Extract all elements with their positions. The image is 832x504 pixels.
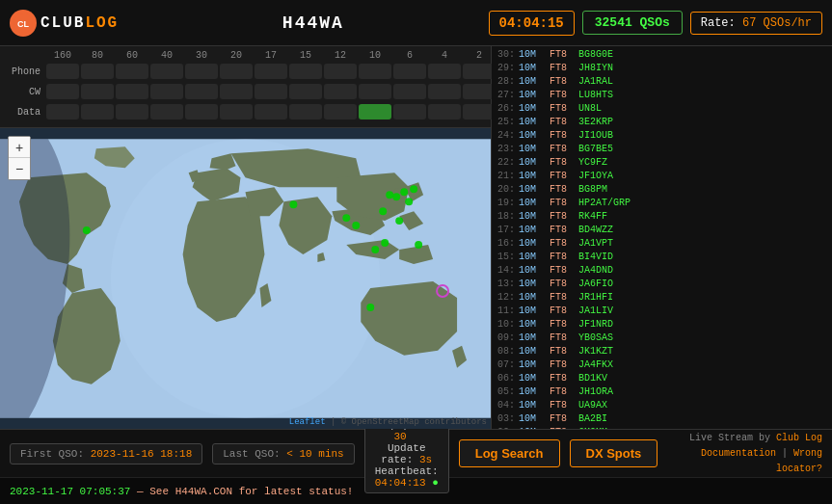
log-num: 14: xyxy=(496,264,515,278)
band-cell-cw-17 xyxy=(255,84,287,99)
band-header-30: 30 xyxy=(185,50,218,61)
log-row: 29: 10M FT8 JH8IYN xyxy=(496,62,828,75)
log-row: 05: 10M FT8 JH1ORA xyxy=(496,385,828,399)
log-num: 17: xyxy=(496,224,515,237)
band-header-10: 10 xyxy=(359,50,391,61)
log-band: 10M xyxy=(519,237,546,251)
band-cell-data-4 xyxy=(428,104,461,119)
log-num: 11: xyxy=(496,305,515,318)
band-label-phone: Phone xyxy=(8,66,46,77)
log-row: 06: 10M FT8 BD1KV xyxy=(496,372,828,385)
log-band: 10M xyxy=(519,129,546,143)
log-callsign: JK1KZT xyxy=(578,345,828,358)
status-message: — See H44WA.CON for latest status! xyxy=(137,486,353,497)
log-callsign: LU8HTS xyxy=(578,89,828,102)
band-cell-cw-15 xyxy=(289,84,322,99)
log-callsign: JA1RAL xyxy=(578,75,828,89)
qso-marker xyxy=(400,188,408,196)
rate-display: Rate: 67 QSOs/hr xyxy=(690,12,822,35)
map-container[interactable]: + − xyxy=(0,128,491,429)
header-right: 04:04:15 32541 QSOs Rate: 67 QSOs/hr xyxy=(489,11,822,36)
qso-marker xyxy=(289,200,297,208)
map-attribution: Leaflet | © OpenStreetMap contributors xyxy=(289,417,487,427)
band-cell-phone-2 xyxy=(463,64,496,79)
band-cell-phone-160 xyxy=(46,64,79,79)
log-num: 02: xyxy=(496,426,515,429)
log-row: 08: 10M FT8 JK1KZT xyxy=(496,345,828,358)
log-num: 04: xyxy=(496,399,515,412)
log-callsign: JA1VPT xyxy=(578,237,828,251)
log-row: 10: 10M FT8 JF1NRD xyxy=(496,318,828,332)
log-mode: FT8 xyxy=(550,385,575,399)
log-band: 10M xyxy=(519,48,546,62)
log-mode: FT8 xyxy=(550,318,575,332)
documentation-link[interactable]: Documentation xyxy=(701,448,776,459)
log-mode: FT8 xyxy=(550,183,575,197)
main-area: 160 80 60 40 30 20 17 15 12 10 6 4 2 70 xyxy=(0,46,832,429)
log-row: 02: 10M FT8 6M0MM xyxy=(496,426,828,429)
band-cell-data-10 xyxy=(359,104,391,119)
log-num: 26: xyxy=(496,102,515,116)
qso-marker xyxy=(379,207,387,215)
qso-marker xyxy=(395,217,403,225)
qso-count: 32541 QSOs xyxy=(582,11,683,35)
log-mode: FT8 xyxy=(550,332,575,345)
log-band: 10M xyxy=(519,264,546,278)
log-band: 10M xyxy=(519,170,546,183)
log-mode: FT8 xyxy=(550,372,575,385)
log-callsign: 3E2KRP xyxy=(578,116,828,129)
log-search-button[interactable]: Log Search xyxy=(459,439,560,467)
wrong-locator-link[interactable]: Wrong locator? xyxy=(776,448,822,474)
log-num: 23: xyxy=(496,143,515,156)
log-callsign: BG8PM xyxy=(578,183,828,197)
band-cell-cw-30 xyxy=(185,84,218,99)
log-num: 09: xyxy=(496,332,515,345)
log-band: 10M xyxy=(519,183,546,197)
log-band: 10M xyxy=(519,156,546,170)
log-band: 10M xyxy=(519,278,546,291)
band-cell-cw-40 xyxy=(150,84,183,99)
log-mode: FT8 xyxy=(550,278,575,291)
band-cell-cw-20 xyxy=(220,84,253,99)
clublog-link[interactable]: Club Log xyxy=(776,433,822,443)
band-cell-data-40 xyxy=(150,104,183,119)
band-cell-cw-12 xyxy=(324,84,357,99)
log-callsign: JH8IYN xyxy=(578,62,828,75)
log-row: 07: 10M FT8 JA4FKX xyxy=(496,358,828,372)
dx-spots-button[interactable]: DX Spots xyxy=(570,439,658,467)
log-mode: FT8 xyxy=(550,197,575,210)
log-band: 10M xyxy=(519,224,546,237)
band-cells-data xyxy=(46,104,530,119)
log-band: 10M xyxy=(519,332,546,345)
log-row: 28: 10M FT8 JA1RAL xyxy=(496,75,828,89)
log-callsign: BD4WZZ xyxy=(578,224,828,237)
log-callsign: RK4FF xyxy=(578,210,828,224)
leaflet-link[interactable]: Leaflet xyxy=(289,417,326,427)
band-cell-cw-60 xyxy=(116,84,148,99)
log-row: 17: 10M FT8 BD4WZZ xyxy=(496,224,828,237)
log-callsign: BI4VID xyxy=(578,251,828,264)
live-stream-line: Live Stream by Club Log xyxy=(667,431,822,446)
log-callsign: JA6FIO xyxy=(578,278,828,291)
qso-marker xyxy=(405,198,413,205)
log-callsign: BG7BE5 xyxy=(578,143,828,156)
log-mode: FT8 xyxy=(550,345,575,358)
log-row: 30: 10M FT8 BG8G0E xyxy=(496,48,828,62)
log-callsign: JA4DND xyxy=(578,264,828,278)
header: CL CLUBLOG H44WA 04:04:15 32541 QSOs Rat… xyxy=(0,0,832,46)
first-qso-box: First QSO: 2023-11-16 18:18 xyxy=(10,443,202,464)
log-band: 10M xyxy=(519,412,546,426)
band-header-15: 15 xyxy=(289,50,322,61)
log-callsign: BA2BI xyxy=(578,412,828,426)
status-timestamp: 2023-11-17 07:05:37 xyxy=(10,486,130,497)
band-cell-phone-10 xyxy=(359,64,391,79)
qso-marker xyxy=(371,246,379,253)
log-band: 10M xyxy=(519,399,546,412)
zoom-out-button[interactable]: − xyxy=(9,158,30,179)
log-num: 28: xyxy=(496,75,515,89)
band-header-12: 12 xyxy=(324,50,357,61)
heartbeat-value: 04:04:13 xyxy=(375,477,426,489)
map-pins-value: 30 xyxy=(394,431,407,442)
zoom-in-button[interactable]: + xyxy=(9,137,30,158)
log-row: 03: 10M FT8 BA2BI xyxy=(496,412,828,426)
